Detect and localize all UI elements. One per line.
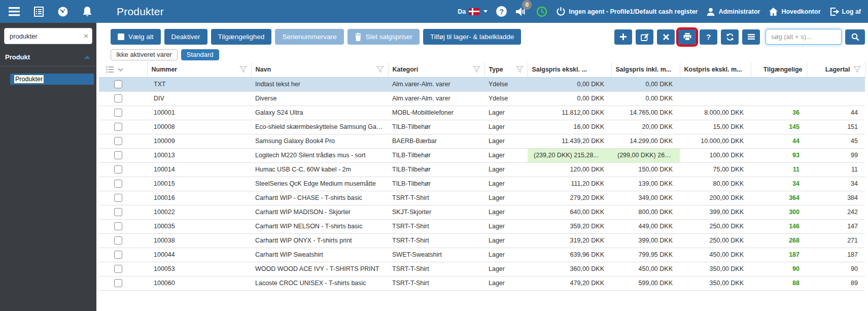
chip-standard[interactable]: Standard bbox=[181, 49, 219, 60]
refresh-button[interactable] bbox=[721, 29, 739, 45]
cell-kostpris_ekskl: 80,00 DKK bbox=[680, 177, 751, 191]
table-row[interactable]: 100014Humac USB C-C, 60W kabel - 2mTILB-… bbox=[99, 162, 865, 177]
row-checkbox[interactable] bbox=[114, 208, 122, 216]
language-selector[interactable]: Da bbox=[458, 8, 488, 15]
row-checkbox[interactable] bbox=[114, 123, 122, 131]
row-checkbox[interactable] bbox=[114, 137, 122, 145]
row-menu-icon[interactable] bbox=[106, 66, 114, 73]
deactivate-button[interactable]: Deaktiver bbox=[164, 29, 207, 45]
sidebar-section-produkt[interactable]: Produkt bbox=[0, 47, 96, 66]
table-row[interactable]: 100022Carhartt WIP MADISON - SkjorterSKJ… bbox=[99, 205, 865, 219]
table-row[interactable]: 100008Eco-shield skærmbeskyttelse Samsun… bbox=[99, 120, 865, 134]
row-checkbox[interactable] bbox=[114, 180, 122, 188]
column-header-type[interactable]: Type bbox=[484, 62, 528, 77]
row-checkbox-cell bbox=[99, 148, 147, 162]
hamburger-menu-icon[interactable] bbox=[8, 6, 20, 18]
delete-button[interactable] bbox=[657, 29, 675, 45]
row-checkbox-cell bbox=[99, 120, 147, 134]
location-menu[interactable]: Hovedkontor bbox=[769, 7, 820, 16]
column-header-lagertal[interactable]: Lagertal bbox=[807, 62, 865, 77]
help-button[interactable]: ? bbox=[496, 6, 507, 17]
sound-button[interactable]: 0 bbox=[515, 7, 528, 17]
table-row[interactable]: 100013Logitech M220 Silent trådløs mus -… bbox=[99, 148, 865, 162]
chevron-up-icon bbox=[84, 55, 90, 59]
table-row[interactable]: 100035Carhartt WIP NELSON - T-shirts bas… bbox=[99, 219, 865, 233]
filter-funnel-icon bbox=[473, 66, 480, 73]
row-checkbox[interactable] bbox=[114, 236, 122, 245]
cell-salgspris_ekskl: 479,20 DKK bbox=[528, 276, 611, 290]
row-checkbox[interactable] bbox=[114, 80, 122, 88]
dashboard-icon[interactable] bbox=[57, 6, 69, 18]
column-header-salgspris-inkl[interactable]: Salgspris inkl. m... bbox=[611, 62, 680, 77]
cell-salgspris_inkl: 799,95 DKK bbox=[611, 248, 680, 262]
user-name: Administrator bbox=[718, 8, 760, 15]
cell-navn: Carhartt WIP Sweatshirt bbox=[251, 248, 388, 262]
table-row[interactable]: DIVDiverseAlm.varer-Alm. varerYdelse0,00… bbox=[99, 91, 865, 106]
agent-status[interactable]: Ingen agent - Profile1/Default cash regi… bbox=[556, 7, 698, 16]
row-checkbox[interactable] bbox=[114, 222, 122, 230]
notification-badge: 0 bbox=[522, 0, 532, 10]
row-checkbox[interactable] bbox=[114, 279, 122, 287]
table-row[interactable]: 100001Galaxy S24 UltraMOBL-Mobiltlelefon… bbox=[99, 106, 865, 120]
row-checkbox[interactable] bbox=[114, 151, 122, 159]
cell-nummer: 100015 bbox=[147, 177, 251, 191]
availability-button[interactable]: Tilgængelighed bbox=[211, 29, 272, 45]
table-row[interactable]: 100038Carhartt WIP ONYX - T-shirts print… bbox=[99, 233, 865, 248]
row-checkbox[interactable] bbox=[114, 194, 122, 202]
agent-status-label: Ingen agent - Profile1/Default cash regi… bbox=[569, 8, 698, 15]
row-checkbox[interactable] bbox=[114, 94, 122, 102]
table-row[interactable]: 100016Carhartt WIP - CHASE - T-shirts ba… bbox=[99, 191, 865, 205]
cell-navn: Carhartt WIP ONYX - T-shirts print bbox=[251, 233, 388, 248]
table-row[interactable]: 100053WOOD WOOD ACE IVY - T-SHIRTS PRINT… bbox=[99, 262, 865, 276]
chevron-down-icon[interactable] bbox=[118, 68, 123, 72]
serial-number-item-button[interactable]: Serienummervare bbox=[275, 29, 343, 45]
refresh-icon bbox=[726, 33, 734, 41]
logout-label: Log af bbox=[842, 8, 861, 15]
search-button[interactable] bbox=[845, 29, 865, 45]
cell-nummer: 100016 bbox=[147, 191, 251, 205]
column-header-kategori[interactable]: Kategori bbox=[388, 62, 484, 77]
table-row[interactable]: 100015SteelSeries QcK Edge Medium musemå… bbox=[99, 177, 865, 191]
cell-type: Lager bbox=[484, 233, 528, 248]
columns-menu-button[interactable] bbox=[742, 29, 760, 45]
logout-button[interactable]: Log af bbox=[829, 7, 861, 16]
column-header-tilgaengelige[interactable]: Tilgængelige bbox=[751, 62, 807, 77]
table-row[interactable]: 100009Samsung Galaxy Book4 ProBAERB-Bærb… bbox=[99, 134, 865, 148]
edit-button[interactable] bbox=[636, 29, 653, 45]
journal-icon[interactable] bbox=[32, 6, 45, 18]
cell-salgspris_ekskl: 11.439,20 DKK bbox=[528, 134, 611, 148]
chip-ikke-aktiveret-varer[interactable]: Ikke aktiveret varer bbox=[111, 49, 178, 60]
app-window: Produkter Da ? 0 Ingen agent - Profile1/… bbox=[0, 0, 868, 311]
print-button[interactable] bbox=[678, 29, 696, 45]
cell-kostpris_ekskl: 75,00 DKK bbox=[680, 162, 751, 177]
grid-search-input[interactable] bbox=[766, 29, 842, 45]
column-header-nummer[interactable]: Nummer bbox=[147, 62, 251, 77]
select-all-button[interactable]: Vælg alt bbox=[111, 29, 161, 45]
user-menu[interactable]: Administrator bbox=[706, 7, 760, 16]
delete-sales-prices-button[interactable]: Slet salgspriser bbox=[348, 29, 420, 45]
row-checkbox[interactable] bbox=[114, 265, 122, 273]
printer-icon bbox=[683, 33, 691, 41]
bell-icon[interactable] bbox=[81, 6, 93, 18]
cell-nummer: 100044 bbox=[147, 248, 251, 262]
table-row[interactable]: 100044Carhartt WIP SweatshirtSWET-Sweats… bbox=[99, 248, 865, 262]
sidebar-item-produkter[interactable]: Produkter bbox=[10, 74, 94, 85]
table-row[interactable]: TXTIndtast tekst herAlm.varer-Alm. varer… bbox=[99, 77, 865, 91]
column-header-salgspris-ekskl[interactable]: Salgspris ekskl. ... bbox=[528, 62, 611, 77]
row-checkbox[interactable] bbox=[114, 165, 122, 174]
column-header-kostpris-ekskl[interactable]: Kostpris ekskl. m... bbox=[680, 62, 751, 77]
clear-search-icon[interactable]: × bbox=[84, 31, 88, 40]
row-checkbox-cell bbox=[99, 276, 147, 290]
column-header-navn[interactable]: Navn bbox=[251, 62, 388, 77]
row-checkbox[interactable] bbox=[114, 251, 122, 259]
cell-kostpris_ekskl: 8.000,00 DKK bbox=[680, 106, 751, 120]
add-button[interactable] bbox=[614, 29, 632, 45]
time-clock-button[interactable] bbox=[536, 6, 547, 17]
cell-nummer: 100008 bbox=[147, 120, 251, 134]
grid-help-button[interactable]: ? bbox=[700, 29, 717, 45]
add-to-stock-label-draft-button[interactable]: Tilføj til lager- & labelkladde bbox=[423, 29, 521, 45]
table-row[interactable]: 100060Lacoste CROC UNISEX - T-shirts bas… bbox=[99, 276, 865, 290]
sidebar-search-input[interactable] bbox=[4, 28, 92, 44]
row-checkbox[interactable] bbox=[114, 109, 122, 117]
cell-lagertal: 90 bbox=[807, 262, 865, 276]
